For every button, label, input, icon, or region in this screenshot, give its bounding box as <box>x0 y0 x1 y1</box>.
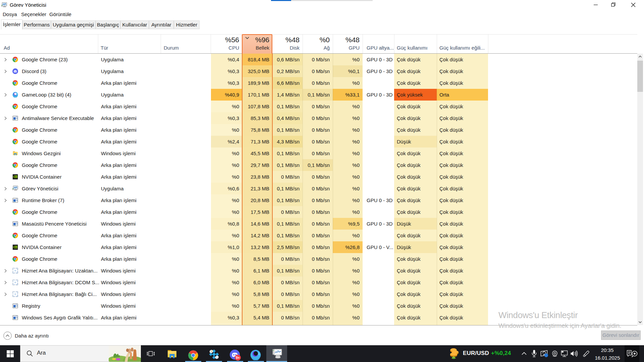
svg-text:9+: 9+ <box>236 356 240 360</box>
